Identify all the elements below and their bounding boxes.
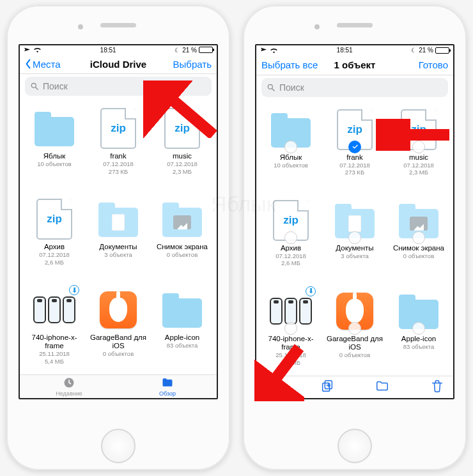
- file-item[interactable]: Снимок экрана0 объектов: [150, 194, 214, 284]
- airplane-mode-icon: [24, 47, 31, 54]
- home-button[interactable]: [337, 429, 372, 463]
- nav-select-all-button[interactable]: Выбрать все: [261, 59, 320, 70]
- file-item[interactable]: GarageBand для iOS0 объектов: [86, 285, 150, 374]
- item-meta-line1: 07.12.2018: [339, 162, 370, 169]
- selection-checkmark-icon[interactable]: [348, 141, 361, 153]
- nav-back-button[interactable]: Места: [25, 59, 84, 70]
- search-input[interactable]: Поиск: [261, 78, 448, 97]
- file-grid[interactable]: Яблык10 объектовzipfrank07.12.2018273 КБ…: [256, 101, 453, 376]
- item-meta-line1: 0 объектов: [167, 251, 198, 258]
- item-meta-line2: 2,3 МБ: [173, 168, 192, 175]
- file-item[interactable]: Apple-icon83 объекта: [150, 285, 214, 374]
- watermark: Яблык: [211, 192, 276, 217]
- nav-title: iCloud Drive: [84, 59, 153, 70]
- tab-browse-label: Обзор: [159, 390, 176, 397]
- file-item[interactable]: Яблык10 объектов: [259, 105, 323, 194]
- battery-percent: 21 %: [182, 47, 197, 54]
- move-button[interactable]: [375, 379, 389, 395]
- item-meta-line1: 07.12.2018: [275, 252, 306, 259]
- selection-empty-icon[interactable]: [348, 322, 361, 335]
- share-button[interactable]: [265, 379, 279, 395]
- item-name: Снимок экрана: [393, 244, 444, 252]
- file-item[interactable]: zipАрхив07.12.20182,6 МБ: [22, 194, 86, 284]
- nav-title: 1 объект: [320, 59, 389, 70]
- file-item[interactable]: Документы3 объекта: [86, 194, 150, 284]
- file-item[interactable]: zipmusic07.12.20182,3 МБ: [150, 104, 214, 193]
- garageband-app-icon: [96, 288, 141, 332]
- item-name: GarageBand для iOS: [88, 334, 148, 350]
- file-item[interactable]: ⬇740-iphone-x-frame25.11.20185,4 МБ: [259, 286, 323, 376]
- item-meta-line1: 07.12.2018: [167, 160, 198, 167]
- selection-empty-icon[interactable]: [412, 322, 425, 335]
- item-name: music: [173, 152, 192, 160]
- tab-recent[interactable]: Недавние: [20, 375, 118, 398]
- item-name: Архив: [44, 243, 65, 251]
- nav-done-label: Готово: [419, 59, 448, 70]
- selection-empty-icon[interactable]: [284, 231, 297, 244]
- status-time: 18:51: [337, 47, 353, 54]
- item-name: 740-iphone-x-frame: [261, 335, 321, 351]
- front-camera: [314, 24, 320, 29]
- folder-icon: [32, 106, 77, 151]
- zip-file-icon: zip: [160, 106, 205, 151]
- item-name: GarageBand для iOS: [325, 335, 385, 351]
- item-meta-line2: 2,3 МБ: [409, 169, 428, 176]
- item-meta-line1: 3 объекта: [341, 252, 368, 259]
- folder-screenshots-icon: [160, 197, 205, 242]
- duplicate-button[interactable]: [320, 379, 334, 395]
- search-icon: [30, 82, 39, 91]
- home-button[interactable]: [101, 429, 136, 463]
- item-name: Apple-icon: [165, 334, 199, 342]
- status-bar: 18:51 ☾ 21 %: [20, 45, 217, 54]
- item-meta-line2: 5,4 МБ: [281, 359, 300, 366]
- file-item[interactable]: ⬇740-iphone-x-frame25.11.20185,4 МБ: [22, 285, 86, 374]
- status-bar: 18:51 ☾ 21 %: [256, 45, 453, 55]
- search-input[interactable]: Поиск: [25, 77, 212, 96]
- file-item[interactable]: Документы3 объекта: [323, 196, 387, 285]
- selection-empty-icon[interactable]: [284, 141, 297, 153]
- nav-done-button[interactable]: Готово: [389, 59, 448, 70]
- file-item[interactable]: Снимок экрана0 объектов: [387, 196, 451, 285]
- item-name: frank: [110, 152, 127, 160]
- wifi-icon: [33, 47, 42, 53]
- selection-toolbar: [256, 376, 453, 398]
- file-grid[interactable]: Яблык10 объектовzipfrank07.12.2018273 КБ…: [20, 100, 217, 374]
- airplane-mode-icon: [260, 47, 267, 54]
- screen-right: 18:51 ☾ 21 % Выбрать все 1 объект Готово: [255, 44, 454, 399]
- folder-icon: [160, 376, 174, 389]
- tab-browse[interactable]: Обзор: [118, 375, 217, 398]
- file-item[interactable]: zipfrank07.12.2018273 КБ: [323, 105, 387, 194]
- item-meta-line1: 25.11.2018: [275, 351, 306, 358]
- selection-empty-icon[interactable]: [412, 231, 425, 244]
- file-item[interactable]: GarageBand для iOS0 объектов: [323, 286, 387, 376]
- selection-empty-icon[interactable]: [412, 141, 425, 153]
- item-meta-line2: 273 КБ: [345, 169, 364, 176]
- folder-documents-icon: [96, 197, 141, 242]
- chevron-left-icon: [25, 59, 31, 69]
- svg-point-0: [31, 83, 36, 88]
- wifi-icon: [270, 47, 278, 54]
- file-item[interactable]: Apple-icon83 объекта: [387, 286, 451, 376]
- svg-point-3: [268, 84, 272, 89]
- item-name: frank: [346, 153, 363, 162]
- item-meta-line1: 3 объекта: [104, 251, 132, 258]
- search-icon: [267, 83, 275, 92]
- selection-empty-icon[interactable]: [284, 322, 297, 335]
- duplicate-icon: [320, 379, 334, 393]
- item-meta-line2: 273 КБ: [109, 168, 128, 175]
- item-meta-line2: 2,6 МБ: [281, 259, 300, 266]
- front-camera: [78, 24, 83, 29]
- file-item[interactable]: zipmusic07.12.20182,3 МБ: [387, 105, 451, 194]
- file-item[interactable]: zipfrank07.12.2018273 КБ: [86, 104, 150, 193]
- item-meta-line1: 0 объектов: [103, 350, 134, 357]
- battery-icon: [435, 47, 449, 54]
- file-item[interactable]: Яблык10 объектов: [22, 104, 86, 193]
- item-name: Документы: [99, 243, 137, 251]
- delete-button[interactable]: [430, 379, 444, 395]
- nav-select-label: Выбрать: [173, 59, 212, 70]
- nav-select-button[interactable]: Выбрать: [153, 59, 212, 70]
- zip-file-icon: zip: [332, 107, 377, 152]
- image-thumbnail-icon: ⬇: [32, 288, 77, 332]
- screen-left: 18:51 ☾ 21 % Места iCloud Drive Выбрать: [19, 44, 218, 399]
- selection-empty-icon[interactable]: [348, 231, 361, 244]
